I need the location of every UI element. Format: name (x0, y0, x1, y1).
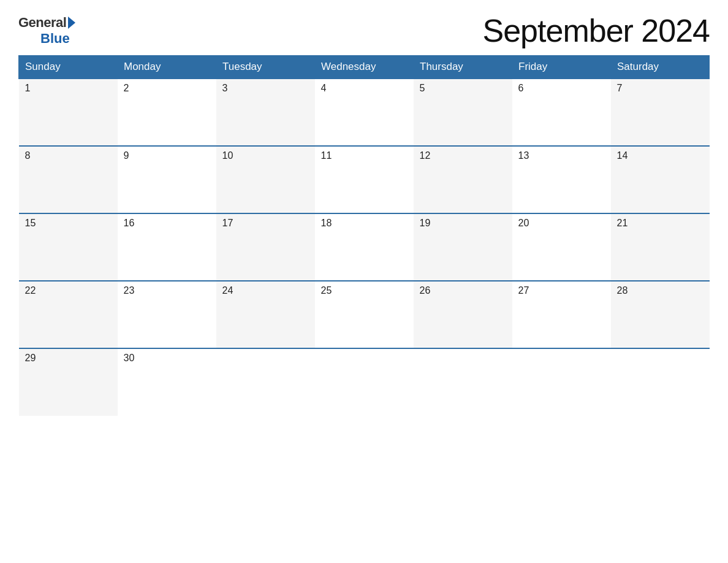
day-number: 21 (617, 218, 628, 228)
calendar-cell: 8 (19, 146, 118, 213)
calendar-cell (315, 348, 414, 416)
calendar-cell: 20 (512, 213, 611, 281)
calendar-cell (512, 348, 611, 416)
week-row-5: 2930 (19, 348, 710, 416)
day-number: 4 (321, 83, 327, 93)
calendar-cell: 16 (118, 213, 216, 281)
day-number: 20 (518, 218, 529, 228)
day-number: 16 (124, 218, 135, 228)
calendar-cell: 18 (315, 213, 414, 281)
day-number: 24 (222, 285, 233, 296)
day-number: 12 (420, 150, 431, 161)
day-number: 19 (420, 218, 431, 228)
calendar-cell: 1 (19, 79, 118, 146)
day-number: 14 (617, 150, 628, 161)
calendar-cell: 13 (512, 146, 611, 213)
calendar-cell: 3 (216, 79, 315, 146)
day-number: 9 (124, 150, 129, 161)
calendar-cell: 19 (414, 213, 512, 281)
day-number: 26 (420, 285, 431, 296)
day-number: 18 (321, 218, 332, 228)
logo-general-row: General (18, 15, 75, 31)
week-row-2: 891011121314 (19, 146, 710, 213)
day-number: 13 (518, 150, 529, 161)
header-monday: Monday (118, 56, 216, 79)
calendar-cell: 24 (216, 281, 315, 348)
day-number: 2 (124, 83, 129, 93)
calendar-cell: 17 (216, 213, 315, 281)
day-number: 5 (420, 83, 425, 93)
calendar-cell (216, 348, 315, 416)
header-friday: Friday (512, 56, 611, 79)
day-number: 28 (617, 285, 628, 296)
calendar-cell: 11 (315, 146, 414, 213)
calendar-cell: 5 (414, 79, 512, 146)
header-wednesday: Wednesday (315, 56, 414, 79)
calendar-cell: 27 (512, 281, 611, 348)
calendar-cell: 22 (19, 281, 118, 348)
calendar-cell: 2 (118, 79, 216, 146)
day-number: 10 (222, 150, 233, 161)
day-number: 29 (25, 353, 36, 363)
day-number: 22 (25, 285, 36, 296)
calendar-cell: 25 (315, 281, 414, 348)
calendar-cell: 15 (19, 213, 118, 281)
day-number: 30 (124, 353, 135, 363)
day-number: 6 (518, 83, 524, 93)
day-number: 3 (222, 83, 228, 93)
calendar-cell (611, 348, 710, 416)
calendar-cell: 26 (414, 281, 512, 348)
logo-triangle-icon (68, 17, 75, 29)
week-row-4: 22232425262728 (19, 281, 710, 348)
calendar-table: Sunday Monday Tuesday Wednesday Thursday… (18, 55, 710, 416)
header-thursday: Thursday (414, 56, 512, 79)
calendar-cell: 30 (118, 348, 216, 416)
day-number: 27 (518, 285, 529, 296)
week-row-3: 15161718192021 (19, 213, 710, 281)
calendar-cell: 21 (611, 213, 710, 281)
calendar-cell: 29 (19, 348, 118, 416)
logo-general-text: General (18, 15, 66, 31)
day-number: 7 (617, 83, 623, 93)
week-row-1: 1234567 (19, 79, 710, 146)
day-number: 23 (124, 285, 135, 296)
calendar-cell: 9 (118, 146, 216, 213)
calendar-cell: 4 (315, 79, 414, 146)
day-number: 11 (321, 150, 332, 161)
calendar-cell: 14 (611, 146, 710, 213)
logo: General Blue (18, 15, 75, 47)
day-number: 8 (25, 150, 31, 161)
calendar-cell: 6 (512, 79, 611, 146)
page-header: General Blue September 2024 (18, 12, 710, 49)
calendar-cell: 12 (414, 146, 512, 213)
calendar-cell: 28 (611, 281, 710, 348)
header-saturday: Saturday (611, 56, 710, 79)
calendar-cell (414, 348, 512, 416)
day-number: 15 (25, 218, 36, 228)
day-number: 25 (321, 285, 332, 296)
calendar-cell: 10 (216, 146, 315, 213)
day-number: 17 (222, 218, 233, 228)
month-title: September 2024 (483, 12, 710, 49)
header-tuesday: Tuesday (216, 56, 315, 79)
weekday-header-row: Sunday Monday Tuesday Wednesday Thursday… (19, 56, 710, 79)
logo-blue-text: Blue (40, 31, 70, 47)
calendar-cell: 23 (118, 281, 216, 348)
logo-blue-row: Blue (18, 31, 70, 47)
header-sunday: Sunday (19, 56, 118, 79)
calendar-cell: 7 (611, 79, 710, 146)
day-number: 1 (25, 83, 31, 93)
